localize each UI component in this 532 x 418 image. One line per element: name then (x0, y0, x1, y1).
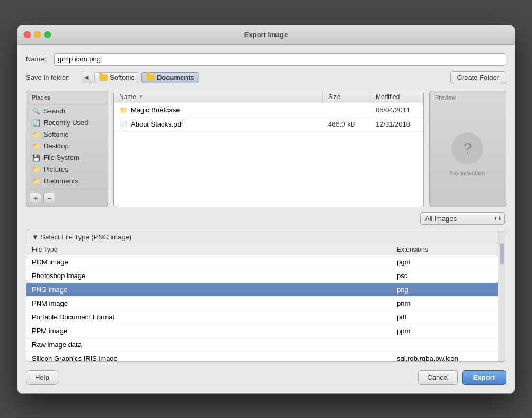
col-name-header[interactable]: Name ▼ (114, 91, 323, 103)
back-arrow-icon: ◀ (84, 74, 88, 81)
back-button[interactable]: ◀ (81, 72, 92, 83)
preview-content: ? No selection (450, 103, 485, 207)
places-list: 🔍 Search 🔄 Recently Used 📁 Softonic 📁 De… (26, 103, 108, 189)
create-folder-button[interactable]: Create Folder (450, 71, 506, 84)
sidebar-item-search-label: Search (43, 107, 65, 115)
file-type-section: ▼ Select File Type (PNG image) File Type… (26, 230, 506, 362)
file-name: About Stacks.pdf (131, 120, 183, 128)
ft-col-type-header: File Type (26, 244, 392, 255)
ft-row-photoshop[interactable]: Photoshop image psd (26, 269, 498, 283)
ft-row-pdf[interactable]: Portable Document Format pdf (26, 310, 498, 324)
ft-type-sgi: Silicon Graphics IRIS image (26, 353, 392, 361)
breadcrumb-softonic[interactable]: Softonic (94, 72, 139, 83)
breadcrumb-documents[interactable]: Documents (141, 72, 199, 83)
ft-row-ppm[interactable]: PPM image ppm (26, 324, 498, 338)
ft-row-png[interactable]: PNG image png (26, 283, 498, 297)
remove-icon: − (47, 194, 51, 202)
ft-col-ext-header: Extensions (392, 244, 498, 255)
col-modified-header[interactable]: Modified (370, 91, 423, 103)
file-type-header[interactable]: ▼ Select File Type (PNG image) (26, 230, 498, 244)
file-size-cell (323, 109, 370, 111)
ft-ext-raw (392, 343, 498, 345)
file-size-cell: 466.0 kB (323, 119, 370, 129)
col-name-label: Name (119, 93, 136, 101)
filter-select[interactable]: All images (420, 212, 505, 225)
sidebar-item-pictures[interactable]: 📁 Pictures (26, 164, 108, 175)
ft-type-png: PNG image (26, 284, 392, 295)
export-image-dialog: Export Image Name: Save in folder: ◀ Sof… (17, 25, 515, 394)
ft-ext-sgi: sgi,rgb,rgba,bw,icon (392, 353, 498, 361)
search-icon: 🔍 (32, 107, 40, 115)
titlebar: Export Image (17, 25, 515, 45)
export-button[interactable]: Export (462, 370, 506, 385)
files-header: Name ▼ Size Modified (114, 91, 423, 103)
minimize-button[interactable] (34, 31, 41, 38)
ft-ext-png: png (392, 284, 498, 295)
filesystem-icon: 💾 (32, 154, 40, 162)
ft-row-sgi[interactable]: Silicon Graphics IRIS image sgi,rgb,rgba… (26, 352, 498, 361)
pdf-type-icon: 📄 (119, 120, 128, 129)
file-type-scrollbar[interactable] (498, 230, 506, 361)
desktop-folder-icon: 📁 (32, 142, 40, 150)
cancel-button[interactable]: Cancel (418, 370, 457, 385)
file-name-cell: 📄 About Stacks.pdf (114, 119, 323, 130)
ft-type-pnm: PNM image (26, 298, 392, 308)
scrollbar-thumb (500, 243, 504, 264)
maximize-button[interactable] (44, 31, 51, 38)
dialog-content: Name: Save in folder: ◀ Softonic Documen… (17, 45, 515, 393)
close-button[interactable] (24, 31, 31, 38)
col-size-label: Size (328, 93, 340, 101)
col-size-header[interactable]: Size (323, 91, 370, 103)
file-row-magic-briefcase[interactable]: 📁 Magic Briefcase 05/04/2011 (114, 103, 423, 118)
ft-row-pgm[interactable]: PGM image pgm (26, 255, 498, 269)
sidebar-item-desktop[interactable]: 📁 Desktop (26, 140, 108, 152)
file-type-columns: File Type Extensions (26, 244, 498, 255)
folder-row: Save in folder: ◀ Softonic Documents Cre… (26, 71, 506, 84)
remove-place-button[interactable]: − (43, 193, 55, 203)
folder-type-icon: 📁 (119, 106, 128, 114)
file-row-about-stacks[interactable]: 📄 About Stacks.pdf 466.0 kB 12/31/2010 (114, 118, 423, 132)
save-in-folder-label: Save in folder: (26, 74, 76, 82)
filter-row: All images ⬆⬇ (26, 212, 506, 225)
places-header: Places (26, 91, 108, 103)
sidebar-item-filesystem[interactable]: 💾 File System (26, 152, 108, 164)
softonic-folder-icon: 📁 (32, 130, 40, 139)
add-place-button[interactable]: + (30, 193, 41, 203)
sort-arrow-icon: ▼ (138, 94, 144, 100)
folder-icon (146, 74, 155, 81)
ft-ext-ppm: ppm (392, 326, 498, 336)
breadcrumb-softonic-label: Softonic (110, 74, 135, 82)
ft-ext-pgm: pgm (392, 257, 498, 267)
help-button[interactable]: Help (26, 370, 58, 385)
folder-icon (99, 74, 108, 81)
files-list: 📁 Magic Briefcase 05/04/2011 📄 About Sta… (114, 103, 423, 207)
ft-type-pdf: Portable Document Format (26, 312, 392, 322)
places-footer: + − (26, 189, 108, 207)
ft-row-pnm[interactable]: PNM image pnm (26, 297, 498, 310)
file-name-cell: 📁 Magic Briefcase (114, 105, 323, 115)
ft-ext-pdf: pdf (392, 312, 498, 322)
traffic-lights (24, 31, 51, 38)
sidebar-item-documents-label: Documents (43, 177, 78, 185)
sidebar-item-pictures-label: Pictures (43, 165, 68, 173)
sidebar-item-search[interactable]: 🔍 Search (26, 105, 108, 117)
sidebar-item-documents[interactable]: 📁 Documents (26, 175, 108, 187)
main-area: Places 🔍 Search 🔄 Recently Used 📁 Softon… (26, 91, 506, 207)
sidebar-item-filesystem-label: File System (43, 154, 79, 162)
ft-row-raw[interactable]: Raw image data (26, 338, 498, 352)
recently-used-icon: 🔄 (32, 119, 40, 127)
ft-ext-pnm: pnm (392, 298, 498, 308)
preview-panel: Preview ? No selection (429, 91, 506, 207)
ft-main: ▼ Select File Type (PNG image) File Type… (26, 230, 498, 361)
sidebar-item-softonic-label: Softonic (43, 130, 68, 138)
name-input[interactable] (54, 53, 506, 66)
sidebar-item-recently-used[interactable]: 🔄 Recently Used (26, 117, 108, 129)
documents-folder-icon: 📁 (32, 177, 40, 185)
preview-header: Preview (430, 91, 461, 103)
ft-ext-photoshop: psd (392, 271, 498, 281)
files-panel: Name ▼ Size Modified 📁 Magic Briefcase (113, 91, 424, 207)
sidebar-item-softonic[interactable]: 📁 Softonic (26, 129, 108, 140)
right-buttons: Cancel Export (418, 370, 506, 385)
preview-no-selection-icon: ? (451, 132, 483, 164)
pictures-folder-icon: 📁 (32, 165, 40, 174)
